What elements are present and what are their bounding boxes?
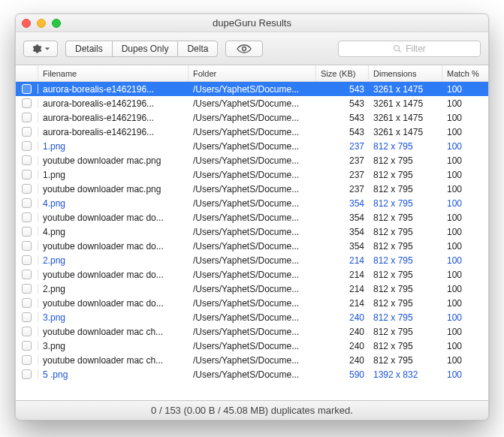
cell-filename: aurora-borealis-e1462196... (38, 84, 189, 95)
cell-folder: /Users/YaphetS/Docume... (189, 212, 316, 223)
cell-filename: 3.png (38, 341, 189, 351)
table-row[interactable]: aurora-borealis-e1462196.../Users/Yaphet… (16, 82, 488, 96)
table-row[interactable]: youtube downloader mac do.../Users/Yaphe… (16, 239, 488, 253)
status-bar: 0 / 153 (0.00 B / 45.08 MB) duplicates m… (16, 400, 488, 420)
window-title: dupeGuru Results (16, 17, 488, 29)
row-checkbox[interactable] (16, 241, 38, 251)
cell-match: 100 (442, 327, 488, 337)
table-row[interactable]: aurora-borealis-e1462196.../Users/Yaphet… (16, 110, 488, 125)
row-checkbox[interactable] (16, 198, 38, 208)
cell-size: 237 (316, 155, 369, 166)
close-icon[interactable] (22, 19, 31, 28)
cell-size: 590 (316, 369, 369, 380)
row-checkbox[interactable] (16, 98, 38, 108)
filter-input[interactable]: Filter (338, 41, 481, 57)
row-checkbox[interactable] (16, 170, 38, 179)
preview-button[interactable] (225, 41, 263, 57)
row-checkbox[interactable] (16, 127, 38, 137)
delta-button[interactable]: Delta (177, 41, 218, 57)
details-button[interactable]: Details (65, 41, 112, 57)
cell-filename: 1.png (38, 141, 189, 152)
row-checkbox[interactable] (16, 84, 38, 94)
cell-dimensions: 812 x 795 (369, 270, 442, 280)
cell-folder: /Users/YaphetS/Docume... (189, 113, 316, 123)
row-checkbox[interactable] (16, 113, 38, 122)
cell-folder: /Users/YaphetS/Docume... (189, 227, 316, 237)
row-checkbox[interactable] (16, 312, 38, 322)
row-checkbox[interactable] (16, 369, 38, 379)
table-body[interactable]: aurora-borealis-e1462196.../Users/Yaphet… (16, 82, 488, 400)
cell-size: 354 (316, 212, 369, 223)
column-match[interactable]: Match % (442, 65, 488, 81)
row-checkbox[interactable] (16, 255, 38, 265)
cell-size: 214 (316, 255, 369, 266)
row-checkbox[interactable] (16, 212, 38, 222)
table-row[interactable]: 4.png/Users/YaphetS/Docume...354812 x 79… (16, 196, 488, 210)
cell-match: 100 (442, 141, 488, 152)
table-header: Filename Folder Size (KB) Dimensions Mat… (16, 65, 488, 82)
cell-dimensions: 812 x 795 (369, 170, 442, 180)
view-toggle-group: Details Dupes Only Delta (65, 41, 218, 57)
cell-filename: aurora-borealis-e1462196... (38, 98, 189, 109)
column-filename[interactable]: Filename (38, 65, 189, 81)
cell-match: 100 (442, 298, 488, 309)
table-row[interactable]: youtube downloader mac.png/Users/YaphetS… (16, 182, 488, 196)
zoom-icon[interactable] (52, 19, 61, 28)
table-row[interactable]: 2.png/Users/YaphetS/Docume...214812 x 79… (16, 282, 488, 296)
cell-filename: 5 .png (38, 369, 189, 380)
row-checkbox[interactable] (16, 270, 38, 279)
cell-dimensions: 3261 x 1475 (369, 84, 442, 95)
row-checkbox[interactable] (16, 141, 38, 151)
titlebar: dupeGuru Results (16, 14, 488, 32)
chevron-down-icon (44, 46, 50, 52)
cell-size: 543 (316, 84, 369, 95)
cell-folder: /Users/YaphetS/Docume... (189, 98, 316, 109)
cell-size: 354 (316, 198, 369, 209)
cell-folder: /Users/YaphetS/Docume... (189, 241, 316, 252)
table-row[interactable]: 3.png/Users/YaphetS/Docume...240812 x 79… (16, 339, 488, 353)
table-row[interactable]: 1.png/Users/YaphetS/Docume...237812 x 79… (16, 139, 488, 153)
table-row[interactable]: aurora-borealis-e1462196.../Users/Yaphet… (16, 125, 488, 139)
row-checkbox[interactable] (16, 227, 38, 237)
column-size[interactable]: Size (KB) (316, 65, 369, 81)
table-row[interactable]: youtube downloader mac do.../Users/Yaphe… (16, 267, 488, 282)
column-folder[interactable]: Folder (189, 65, 316, 81)
cell-match: 100 (442, 270, 488, 280)
cell-size: 240 (316, 355, 369, 366)
table-row[interactable]: 4.png/Users/YaphetS/Docume...354812 x 79… (16, 225, 488, 239)
table-row[interactable]: youtube downloader mac do.../Users/Yaphe… (16, 210, 488, 225)
cell-size: 240 (316, 341, 369, 351)
table-row[interactable]: 5 .png/Users/YaphetS/Docume...5901392 x … (16, 367, 488, 381)
cell-size: 214 (316, 270, 369, 280)
cell-filename: youtube downloader mac do... (38, 298, 189, 309)
column-checkbox[interactable] (16, 65, 38, 81)
cell-match: 100 (442, 113, 488, 123)
table-row[interactable]: 1.png/Users/YaphetS/Docume...237812 x 79… (16, 167, 488, 182)
table-row[interactable]: aurora-borealis-e1462196.../Users/Yaphet… (16, 96, 488, 110)
table-row[interactable]: 3.png/Users/YaphetS/Docume...240812 x 79… (16, 310, 488, 324)
row-checkbox[interactable] (16, 327, 38, 336)
row-checkbox[interactable] (16, 298, 38, 308)
table-row[interactable]: youtube downloader mac ch.../Users/Yaphe… (16, 324, 488, 339)
cell-filename: youtube downloader mac.png (38, 184, 189, 194)
table-row[interactable]: youtube downloader mac do.../Users/Yaphe… (16, 296, 488, 310)
table-row[interactable]: 2.png/Users/YaphetS/Docume...214812 x 79… (16, 253, 488, 267)
minimize-icon[interactable] (37, 19, 46, 28)
actions-menu-button[interactable] (23, 41, 58, 57)
row-checkbox[interactable] (16, 184, 38, 194)
table-row[interactable]: youtube downloader mac ch.../Users/Yaphe… (16, 353, 488, 367)
row-checkbox[interactable] (16, 284, 38, 294)
row-checkbox[interactable] (16, 155, 38, 165)
cell-size: 237 (316, 141, 369, 152)
row-checkbox[interactable] (16, 355, 38, 365)
cell-filename: youtube downloader mac.png (38, 155, 189, 166)
cell-dimensions: 1392 x 832 (369, 369, 442, 380)
table-row[interactable]: youtube downloader mac.png/Users/YaphetS… (16, 153, 488, 167)
cell-size: 543 (316, 98, 369, 109)
cell-dimensions: 812 x 795 (369, 284, 442, 294)
dupes-only-button[interactable]: Dupes Only (112, 41, 178, 57)
column-dimensions[interactable]: Dimensions (369, 65, 442, 81)
cell-folder: /Users/YaphetS/Docume... (189, 198, 316, 209)
cell-folder: /Users/YaphetS/Docume... (189, 355, 316, 366)
row-checkbox[interactable] (16, 341, 38, 351)
